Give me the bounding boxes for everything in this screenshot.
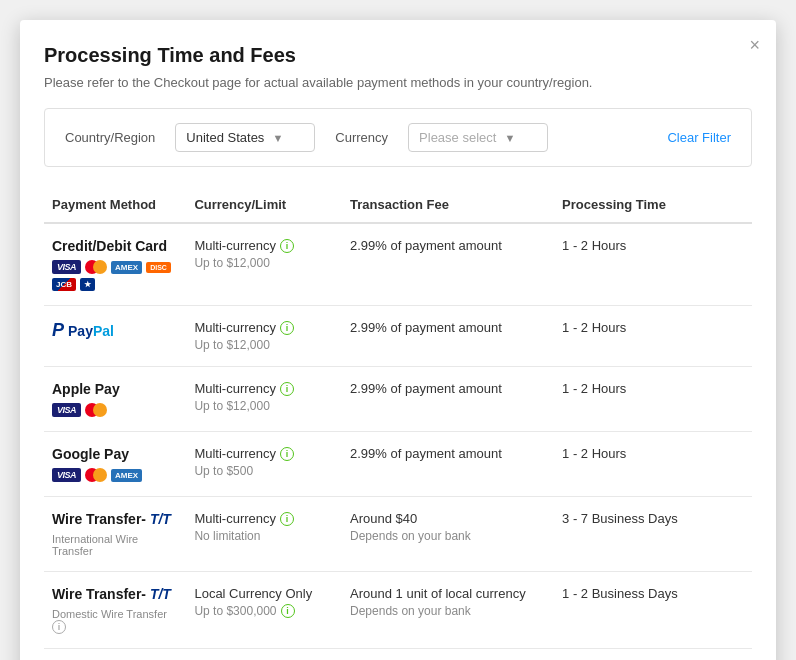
visa-logo: VISA [52,403,81,417]
header-currency-limit: Currency/Limit [186,187,342,223]
currency-limit-cell: Multi-currency i Up to $500 [186,432,342,497]
proc-time-value: 3 - 7 Business Days [562,511,678,526]
table-row: Wire Transfer- T/T Domestic Wire Transfe… [44,572,752,649]
method-name: Credit/Debit Card [52,238,178,254]
table-row: WesternUnionWU USD Only Up to $2,500 $4.… [44,649,752,661]
payment-method-cell: Wire Transfer- T/T International Wire Tr… [44,497,186,572]
info-icon[interactable]: i [280,447,294,461]
extra-logo: ★ [80,278,95,291]
country-region-select[interactable]: United States ▼ [175,123,315,152]
fee-value: Around $40 [350,511,546,526]
currency-limit: Up to $300,000 i [194,604,334,618]
paypal-logo: PayPal [68,323,114,339]
modal-container: × Processing Time and Fees Please refer … [20,20,776,660]
mastercard-logo [85,403,107,417]
currency-label: Currency [335,130,388,145]
currency-value: Multi-currency i [194,511,334,526]
processing-time-cell: 1 - 2 Hours [554,432,752,497]
currency-value: Multi-currency i [194,320,334,335]
currency-limit: Up to $12,000 [194,338,334,352]
transaction-fee-cell: Around $40 Depends on your bank [342,497,554,572]
processing-time-cell: 1 - 2 Hours [554,306,752,367]
clear-filter-button[interactable]: Clear Filter [667,130,731,145]
table-row: P PayPal Multi-currency i Up to $12,000 … [44,306,752,367]
header-transaction-fee: Transaction Fee [342,187,554,223]
transaction-fee-cell: 2.99% of payment amount [342,306,554,367]
fees-table-container: Payment Method Currency/Limit Transactio… [44,187,752,660]
filter-bar: Country/Region United States ▼ Currency … [44,108,752,167]
processing-time-cell: 1 - 2 Hours [554,367,752,432]
fee-value: 2.99% of payment amount [350,446,546,461]
jcb-logo: JCB [52,278,76,291]
mastercard-logo [85,260,107,274]
currency-value: Multi-currency i [194,446,334,461]
discover-logo: DISC [146,262,171,273]
info-icon[interactable]: i [280,512,294,526]
paypal-p-icon: P [52,320,64,341]
currency-select[interactable]: Please select ▼ [408,123,548,152]
payment-method-cell: Apple Pay VISA [44,367,186,432]
currency-limit-cell: Multi-currency i Up to $12,000 [186,367,342,432]
fee-value: 2.99% of payment amount [350,381,546,396]
info-icon[interactable]: i [280,382,294,396]
chevron-down-icon: ▼ [272,132,283,144]
table-row: Credit/Debit Card VISA AMEX DISC JCB ★ M… [44,223,752,306]
country-region-label: Country/Region [65,130,155,145]
amex-logo: AMEX [111,261,142,274]
currency-value: Local Currency Only [194,586,334,601]
payment-method-cell: Wire Transfer- T/T Domestic Wire Transfe… [44,572,186,649]
method-name: Wire Transfer- T/T [52,511,178,527]
processing-time-cell: 1 - 2 Business Days [554,572,752,649]
proc-time-value: 1 - 2 Hours [562,320,626,335]
proc-time-value: 1 - 2 Hours [562,446,626,461]
modal-title: Processing Time and Fees [44,44,752,67]
info-icon[interactable]: i [280,321,294,335]
currency-limit: Up to $12,000 [194,256,334,270]
currency-limit-cell: Multi-currency i No limitation [186,497,342,572]
info-icon[interactable]: i [52,620,66,634]
currency-placeholder: Please select [419,130,496,145]
currency-limit-cell: Local Currency Only Up to $300,000 i [186,572,342,649]
proc-time-value: 1 - 2 Hours [562,238,626,253]
table-row: Apple Pay VISA Multi-currency i Up to $1… [44,367,752,432]
method-name: Wire Transfer- T/T [52,586,178,602]
currency-limit-cell: USD Only Up to $2,500 [186,649,342,661]
fee-sub: Depends on your bank [350,529,546,543]
visa-logo: VISA [52,468,81,482]
fee-value: 2.99% of payment amount [350,238,546,253]
payment-method-cell: WesternUnionWU [44,649,186,661]
transaction-fee-cell: 2.99% of payment amount [342,367,554,432]
close-button[interactable]: × [749,36,760,54]
payment-method-cell: Credit/Debit Card VISA AMEX DISC JCB ★ [44,223,186,306]
currency-limit: Up to $500 [194,464,334,478]
method-sub: International Wire Transfer [52,533,178,557]
amex-logo: AMEX [111,469,142,482]
table-row: Google Pay VISA AMEX Multi-currency i Up… [44,432,752,497]
processing-time-cell: 1 - 2 Hours [554,223,752,306]
info-icon[interactable]: i [281,604,295,618]
method-sub: Domestic Wire Transfer i [52,608,178,634]
visa-logo: VISA [52,260,81,274]
transaction-fee-cell: 2.99% of payment amount [342,223,554,306]
fee-value: Around 1 unit of local currency [350,586,546,601]
fees-table: Payment Method Currency/Limit Transactio… [44,187,752,660]
fee-value: 2.99% of payment amount [350,320,546,335]
currency-limit: Up to $12,000 [194,399,334,413]
currency-limit-cell: Multi-currency i Up to $12,000 [186,223,342,306]
currency-limit: No limitation [194,529,334,543]
modal-subtitle: Please refer to the Checkout page for ac… [44,75,752,90]
country-value: United States [186,130,264,145]
payment-method-cell: Google Pay VISA AMEX [44,432,186,497]
method-name: Apple Pay [52,381,178,397]
transaction-fee-cell: $4.90 - 45.00 i Depends on payment amoun… [342,649,554,661]
currency-value: Multi-currency i [194,238,334,253]
header-processing-time: Processing Time [554,187,752,223]
processing-time-cell: 3 - 7 Business Days [554,497,752,572]
info-icon[interactable]: i [280,239,294,253]
fee-sub: Depends on your bank [350,604,546,618]
currency-value: Multi-currency i [194,381,334,396]
header-payment-method: Payment Method [44,187,186,223]
proc-time-value: 1 - 2 Hours [562,381,626,396]
method-name: Google Pay [52,446,178,462]
table-row: Wire Transfer- T/T International Wire Tr… [44,497,752,572]
